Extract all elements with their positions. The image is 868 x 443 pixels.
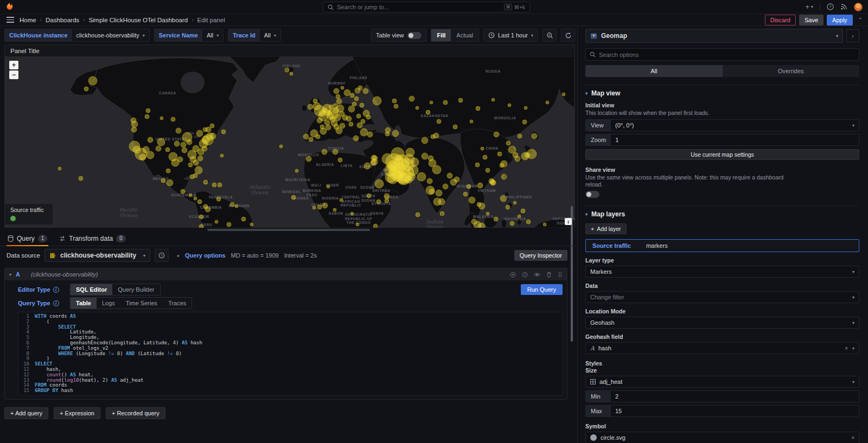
view-dropdown[interactable]: (0°, 0°)▾ bbox=[611, 120, 859, 131]
history-icon[interactable] bbox=[522, 272, 528, 278]
query-type-row: Query Typei Table Logs Time Series Trace… bbox=[18, 297, 563, 310]
logs-option[interactable]: Logs bbox=[97, 298, 120, 309]
refresh-button[interactable] bbox=[561, 29, 575, 42]
chevron-down-icon[interactable]: ▾ bbox=[9, 272, 11, 277]
sql-editor[interactable]: 1WITH coords AS2 (3 SELECT4 Latitude,5 L… bbox=[18, 312, 563, 396]
location-mode-select[interactable]: Geohash▾ bbox=[585, 317, 859, 329]
time-range-picker[interactable]: Last 1 hour▾ bbox=[483, 29, 538, 42]
traces-option[interactable]: Traces bbox=[163, 298, 192, 309]
query-tabs: Query 1 Transform data 0 bbox=[0, 232, 577, 246]
clickhouse-icon bbox=[49, 252, 56, 259]
svg-text:GUATEMALA: GUATEMALA bbox=[171, 193, 196, 197]
map-attribution-button[interactable]: i bbox=[565, 218, 572, 225]
layer-item-source-traffic[interactable]: Source traffic markers bbox=[585, 239, 859, 252]
query-inspector-button[interactable]: Query Inspector bbox=[514, 250, 567, 261]
chevron-down-icon: ▾ bbox=[852, 269, 854, 274]
table-view-toggle[interactable] bbox=[407, 32, 422, 39]
svg-text:MAURITANIA: MAURITANIA bbox=[285, 178, 311, 182]
tab-transform-data[interactable]: Transform data 0 bbox=[58, 233, 126, 246]
use-current-map-settings-button[interactable]: Use current map settings bbox=[585, 149, 859, 160]
add-layer-button[interactable]: + Add layer bbox=[585, 223, 627, 234]
geohash-field-select[interactable]: A hash ×▾ bbox=[585, 342, 859, 354]
user-avatar[interactable] bbox=[854, 3, 863, 11]
initial-view-label: Initial view bbox=[585, 102, 859, 108]
svg-text:CENTRALAFRICANREPUBLIC: CENTRALAFRICANREPUBLIC bbox=[341, 195, 361, 207]
collapse-options-icon[interactable]: ⌃ bbox=[858, 17, 863, 23]
panel-resize-handle[interactable] bbox=[207, 229, 370, 231]
apply-button[interactable]: Apply bbox=[827, 15, 853, 25]
variable-value-dropdown[interactable]: clickhouse-observability▾ bbox=[72, 29, 149, 41]
legend-color-dot bbox=[10, 216, 16, 221]
tab-overrides[interactable]: Overrides bbox=[723, 65, 860, 77]
panel-title[interactable]: Panel Title bbox=[5, 45, 575, 56]
variable-value-dropdown[interactable]: All▾ bbox=[202, 29, 223, 41]
data-select[interactable]: Change filter▾ bbox=[585, 291, 859, 303]
chevron-down-icon: ▾ bbox=[852, 346, 854, 351]
share-view-toggle[interactable] bbox=[585, 191, 599, 198]
tab-all[interactable]: All bbox=[585, 65, 723, 77]
options-search-input[interactable] bbox=[599, 52, 855, 58]
save-button[interactable]: Save bbox=[799, 15, 824, 25]
options-search[interactable] bbox=[585, 48, 859, 61]
discard-button[interactable]: Discard bbox=[765, 15, 796, 25]
sql-editor-option[interactable]: SQL Editor bbox=[71, 284, 112, 295]
grafana-logo[interactable] bbox=[5, 2, 15, 11]
datasource-help-button[interactable]: ? bbox=[155, 249, 169, 262]
time-series-option[interactable]: Time Series bbox=[120, 298, 163, 309]
duplicate-icon[interactable] bbox=[510, 272, 516, 278]
circle-symbol-icon bbox=[590, 434, 597, 441]
add-recorded-query-button[interactable]: + Recorded query bbox=[106, 407, 165, 419]
max-input[interactable]: 15 bbox=[611, 406, 859, 416]
map-view-section-header[interactable]: ▾Map view bbox=[585, 89, 859, 97]
size-field-select[interactable]: adj_heat▾ bbox=[585, 376, 859, 388]
map-zoom-out-button[interactable]: − bbox=[9, 70, 18, 79]
chevron-right-icon[interactable]: ▸ bbox=[177, 253, 180, 258]
map-layers-section: ▾Map layers + Add layer Source traffic m… bbox=[585, 206, 859, 443]
trash-icon[interactable] bbox=[546, 272, 552, 278]
variable-label: Service Name bbox=[155, 29, 202, 41]
share-view-desc: Use the same view across multiple panels… bbox=[585, 174, 797, 188]
min-input[interactable]: 2 bbox=[611, 391, 859, 402]
layer-type-select[interactable]: Markers▾ bbox=[585, 266, 859, 278]
add-query-button[interactable]: + Add query bbox=[4, 407, 48, 419]
run-query-button[interactable]: Run Query bbox=[521, 284, 563, 295]
geomap-panel: Panel Title + − bbox=[4, 44, 575, 228]
chevron-down-icon: ▾ bbox=[143, 33, 145, 38]
news-icon[interactable] bbox=[840, 3, 847, 10]
drag-handle-icon[interactable] bbox=[558, 272, 563, 278]
svg-text:INDONESIA: INDONESIA bbox=[503, 217, 526, 221]
actual-option[interactable]: Actual bbox=[451, 29, 478, 41]
menu-icon[interactable] bbox=[7, 17, 14, 23]
geomap-canvas[interactable]: + − bbox=[5, 56, 575, 228]
svg-text:CHAD: CHAD bbox=[345, 185, 356, 189]
map-layers-section-header[interactable]: ▾Map layers bbox=[585, 210, 859, 218]
zoom-out-time-button[interactable] bbox=[542, 29, 557, 42]
map-zoom-in-button[interactable]: + bbox=[9, 61, 18, 69]
clear-icon[interactable]: × bbox=[845, 345, 848, 351]
help-icon[interactable]: ? bbox=[827, 3, 834, 10]
query-footer-buttons: + Add query + Expression + Recorded quer… bbox=[4, 407, 577, 419]
zoom-input[interactable]: 1 bbox=[611, 134, 859, 145]
map-zoom-controls: + − bbox=[9, 61, 18, 79]
symbol-select[interactable]: circle.svg × bbox=[585, 432, 859, 443]
variable-value-dropdown[interactable]: All▾ bbox=[260, 29, 280, 41]
global-search[interactable]: ⌘⌘+k bbox=[323, 2, 530, 12]
add-expression-button[interactable]: + Expression bbox=[54, 407, 100, 419]
fill-option[interactable]: Fill bbox=[431, 29, 451, 41]
query-builder-option[interactable]: Query Builder bbox=[112, 284, 159, 295]
add-menu-button[interactable]: +▾ bbox=[805, 3, 813, 11]
collapse-pane-button[interactable]: › bbox=[846, 29, 859, 42]
string-field-icon: A bbox=[590, 345, 595, 352]
table-option[interactable]: Table bbox=[71, 298, 97, 309]
query-row-header[interactable]: ▾ A (clickhouse-observability) bbox=[5, 268, 567, 280]
clear-icon[interactable]: × bbox=[851, 435, 854, 441]
eye-icon[interactable] bbox=[534, 272, 540, 278]
breadcrumb-dashboard-name[interactable]: Simple ClickHouse OTel Dashboard bbox=[88, 17, 188, 23]
breadcrumb-home[interactable]: Home bbox=[20, 17, 36, 23]
tab-query[interactable]: Query 1 bbox=[7, 233, 48, 246]
breadcrumb-dashboards[interactable]: Dashboards bbox=[46, 17, 79, 23]
visualization-picker[interactable]: Geomap ▾ bbox=[585, 29, 843, 43]
datasource-picker[interactable]: clickhouse-observability ▾ bbox=[44, 249, 150, 262]
global-search-input[interactable] bbox=[337, 4, 501, 10]
query-options-link[interactable]: Query options bbox=[185, 252, 226, 259]
